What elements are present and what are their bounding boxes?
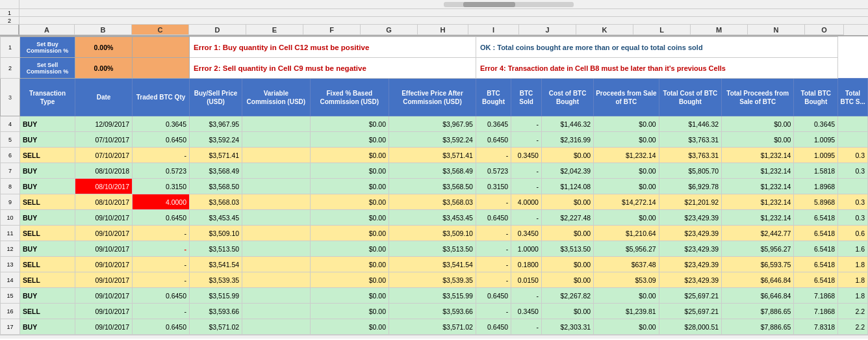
- cell-price[interactable]: $3,592.24: [190, 132, 242, 148]
- cell-transaction-type[interactable]: BUY: [20, 288, 75, 304]
- set-buy-value[interactable]: 0.00%: [75, 37, 133, 58]
- cell-var-commission[interactable]: [242, 304, 311, 319]
- cell-total-btc-bought[interactable]: 1.5818: [794, 163, 838, 179]
- cell-proceeds[interactable]: $0.00: [594, 179, 659, 194]
- cell-qty[interactable]: -: [133, 148, 190, 163]
- cell-total-cost[interactable]: $23,429.39: [659, 210, 722, 226]
- cell-cost-btc[interactable]: $1,446.32: [541, 116, 593, 132]
- cell-total-btc-bought[interactable]: 7.1868: [794, 304, 838, 319]
- cell-total-proceeds[interactable]: $6,646.84: [722, 272, 794, 288]
- cell-proceeds[interactable]: $1,232.14: [594, 148, 659, 163]
- cell-price[interactable]: $3,593.66: [190, 304, 242, 319]
- cell-total-btc-bought[interactable]: 1.0095: [794, 148, 838, 163]
- cell-total-cost[interactable]: $21,201.92: [659, 194, 722, 210]
- cell-btc-sold[interactable]: -: [511, 319, 542, 335]
- col-header-F[interactable]: F: [303, 25, 361, 35]
- cell-var-commission[interactable]: [242, 132, 311, 148]
- cell-total-cost[interactable]: $3,763.31: [659, 132, 722, 148]
- cell-cost-btc[interactable]: $2,316.99: [541, 132, 593, 148]
- cell-total-proceeds[interactable]: $1,232.14: [722, 194, 794, 210]
- cell-effective-price[interactable]: $3,539.35: [389, 272, 476, 288]
- cell-cost-btc[interactable]: $3,513.50: [541, 241, 593, 257]
- cell-proceeds[interactable]: $1,239.81: [594, 304, 659, 319]
- col-header-D[interactable]: D: [189, 25, 246, 35]
- cell-qty[interactable]: 4.0000: [133, 194, 190, 210]
- cell-btc-sold[interactable]: -: [511, 163, 542, 179]
- cell-cost-btc[interactable]: $0.00: [541, 148, 593, 163]
- cell-total-proceeds[interactable]: $0.00: [722, 132, 794, 148]
- cell-qty[interactable]: 0.3645: [133, 116, 190, 132]
- cell-fixed-commission[interactable]: $0.00: [310, 319, 389, 335]
- cell-var-commission[interactable]: [242, 210, 311, 226]
- cell-price[interactable]: $3,568.03: [190, 194, 242, 210]
- cell-cost-btc[interactable]: $0.00: [541, 304, 593, 319]
- cell-transaction-type[interactable]: SELL: [20, 226, 75, 241]
- set-sell-value[interactable]: 0.00%: [75, 58, 133, 79]
- cell-total-proceeds[interactable]: $1,232.14: [722, 163, 794, 179]
- cell-btc-sold[interactable]: -: [511, 210, 542, 226]
- cell-date[interactable]: 09/10/2017: [75, 226, 133, 241]
- cell-total-cost[interactable]: $25,697.21: [659, 304, 722, 319]
- cell-total-proceeds[interactable]: $0.00: [722, 116, 794, 132]
- cell-total-cost[interactable]: $23,429.39: [659, 241, 722, 257]
- cell-total-proceeds[interactable]: $6,646.84: [722, 288, 794, 304]
- cell-effective-price[interactable]: $3,513.50: [389, 241, 476, 257]
- cell-fixed-commission[interactable]: $0.00: [310, 132, 389, 148]
- cell-btc-sold[interactable]: 4.0000: [511, 194, 542, 210]
- cell-qty[interactable]: 0.6450: [133, 132, 190, 148]
- cell-price[interactable]: $3,568.50: [190, 179, 242, 194]
- cell-var-commission[interactable]: [242, 148, 311, 163]
- col-header-G[interactable]: G: [361, 25, 418, 35]
- cell-cost-btc[interactable]: $0.00: [541, 272, 593, 288]
- cell-transaction-type[interactable]: SELL: [20, 304, 75, 319]
- cell-total-btc-bought[interactable]: 5.8968: [794, 194, 838, 210]
- cell-btc-sold[interactable]: -: [511, 132, 542, 148]
- cell-cost-btc[interactable]: $1,124.08: [541, 179, 593, 194]
- cell-proceeds[interactable]: $0.00: [594, 319, 659, 335]
- cell-var-commission[interactable]: [242, 257, 311, 272]
- cell-total-cost[interactable]: $3,763.31: [659, 148, 722, 163]
- cell-total-proceeds[interactable]: $7,886.65: [722, 304, 794, 319]
- cell-fixed-commission[interactable]: $0.00: [310, 163, 389, 179]
- cell-price[interactable]: $3,571.41: [190, 148, 242, 163]
- cell-c2[interactable]: [133, 58, 190, 79]
- cell-total-btc-s[interactable]: 0.6: [838, 226, 868, 241]
- cell-qty[interactable]: 0.3150: [133, 179, 190, 194]
- cell-var-commission[interactable]: [242, 226, 311, 241]
- cell-fixed-commission[interactable]: $0.00: [310, 179, 389, 194]
- cell-transaction-type[interactable]: SELL: [20, 257, 75, 272]
- cell-fixed-commission[interactable]: $0.00: [310, 148, 389, 163]
- cell-price[interactable]: $3,568.49: [190, 163, 242, 179]
- cell-price[interactable]: $3,513.50: [190, 241, 242, 257]
- cell-transaction-type[interactable]: SELL: [20, 272, 75, 288]
- cell-effective-price[interactable]: $3,515.99: [389, 288, 476, 304]
- cell-btc-bought[interactable]: -: [476, 226, 511, 241]
- cell-btc-sold[interactable]: -: [511, 179, 542, 194]
- cell-transaction-type[interactable]: BUY: [20, 179, 75, 194]
- cell-qty[interactable]: -: [133, 241, 190, 257]
- cell-total-btc-bought[interactable]: 1.0095: [794, 132, 838, 148]
- cell-total-cost[interactable]: $5,805.70: [659, 163, 722, 179]
- cell-effective-price[interactable]: $3,568.03: [389, 194, 476, 210]
- cell-total-btc-s[interactable]: 0.3: [838, 210, 868, 226]
- col-header-J[interactable]: J: [519, 25, 576, 35]
- cell-transaction-type[interactable]: BUY: [20, 132, 75, 148]
- cell-transaction-type[interactable]: BUY: [20, 241, 75, 257]
- cell-total-btc-s[interactable]: 0.3: [838, 194, 868, 210]
- cell-proceeds[interactable]: $1,210.64: [594, 226, 659, 241]
- cell-var-commission[interactable]: [242, 163, 311, 179]
- cell-total-btc-s[interactable]: 0.3: [838, 163, 868, 179]
- cell-btc-bought[interactable]: 0.6450: [476, 132, 511, 148]
- cell-total-btc-s[interactable]: 1.6: [838, 241, 868, 257]
- cell-var-commission[interactable]: [242, 241, 311, 257]
- cell-date[interactable]: 09/10/2017: [75, 304, 133, 319]
- cell-total-proceeds[interactable]: $1,232.14: [722, 148, 794, 163]
- cell-effective-price[interactable]: $3,568.50: [389, 179, 476, 194]
- cell-btc-bought[interactable]: 0.6450: [476, 210, 511, 226]
- cell-qty[interactable]: 0.6450: [133, 288, 190, 304]
- cell-total-cost[interactable]: $23,429.39: [659, 257, 722, 272]
- cell-cost-btc[interactable]: $2,042.39: [541, 163, 593, 179]
- col-header-O[interactable]: O: [805, 25, 844, 35]
- cell-cost-btc[interactable]: $2,227.48: [541, 210, 593, 226]
- cell-btc-sold[interactable]: 0.1800: [511, 257, 542, 272]
